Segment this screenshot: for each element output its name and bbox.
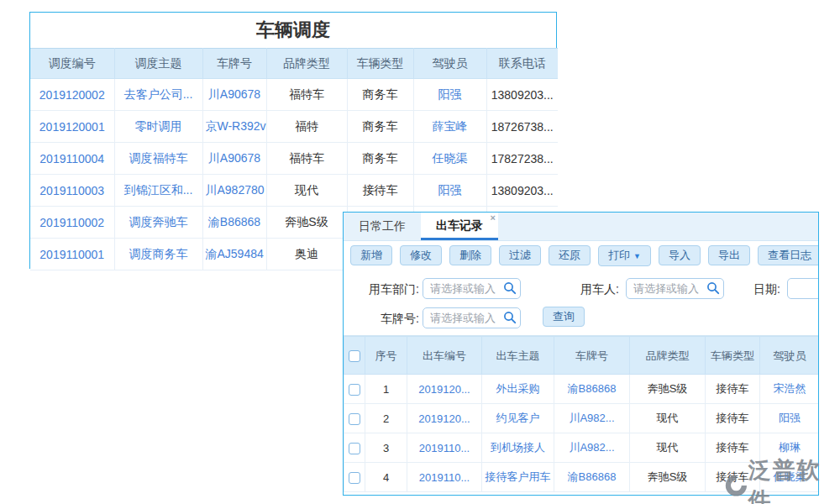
col-brand: 品牌类型 <box>266 49 347 79</box>
plate-link[interactable]: 渝B86868 <box>554 463 630 492</box>
trip-subject-link[interactable]: 到机场接人 <box>482 433 554 463</box>
plate-link[interactable]: 川A90678 <box>202 143 266 175</box>
row-checkbox[interactable] <box>349 413 360 425</box>
brand-cell: 奔驰S级 <box>266 207 347 239</box>
search-icon[interactable] <box>706 281 720 295</box>
trip-subject-link[interactable]: 接待客户用车 <box>482 463 554 492</box>
phone-cell: 13809203... <box>486 175 558 207</box>
seq-cell: 1 <box>365 375 407 404</box>
tab-bar: 日常工作 出车记录 × <box>344 213 818 241</box>
brand-cell: 福特 <box>266 111 347 143</box>
col-driver: 驾驶员 <box>413 49 486 79</box>
select-all-header <box>344 337 365 375</box>
dispatch-id-link[interactable]: 2019120001 <box>30 111 114 143</box>
user-field-wrap <box>626 278 724 299</box>
dispatch-id-link[interactable]: 2019110002 <box>30 207 114 239</box>
table-row: 4 2019110... 接待客户用车 渝B86868 奔驰S级 接待车 任晓渠 <box>344 463 820 492</box>
toolbar: 新增 修改 删除 过滤 还原 打印▼ 导入 导出 查看日志 <box>344 241 818 270</box>
plate-link[interactable]: 京W-R392v <box>202 111 266 143</box>
checkbox-cell <box>344 375 365 404</box>
plate-link[interactable]: 渝B86868 <box>554 375 630 404</box>
plate-label: 车牌号: <box>367 312 419 327</box>
date-label: 日期: <box>745 282 780 297</box>
date-field-wrap <box>787 278 819 299</box>
plate-link[interactable]: 川A90678 <box>202 79 266 111</box>
dispatch-subject-link[interactable]: 调度商务车 <box>114 239 202 270</box>
query-button[interactable]: 查询 <box>543 307 585 327</box>
table-row: 1 2019120... 外出采购 渝B86868 奔驰S级 接待车 宋浩然 <box>344 375 820 404</box>
dispatch-subject-link[interactable]: 到锦江区和... <box>114 175 202 207</box>
seq-cell: 2 <box>365 404 407 433</box>
export-button[interactable]: 导出 <box>708 245 750 265</box>
plate-link[interactable]: 渝AJ59484 <box>202 239 266 270</box>
plate-field-wrap <box>423 307 521 328</box>
phone-cell: 13809203... <box>486 79 558 111</box>
tab-trip-records[interactable]: 出车记录 × <box>421 213 498 240</box>
plate-link[interactable]: 川A982... <box>554 404 630 433</box>
record-table-wrap: 序号 出车编号 出车主题 车牌号 品牌类型 车辆类型 驾驶员 1 2019120… <box>344 335 818 492</box>
driver-link[interactable]: 任晓渠 <box>760 463 820 492</box>
brand-cell: 现代 <box>630 404 706 433</box>
dispatch-id-link[interactable]: 2019110003 <box>30 175 114 207</box>
date-input[interactable] <box>787 278 819 299</box>
print-button[interactable]: 打印▼ <box>598 245 651 266</box>
delete-button[interactable]: 删除 <box>449 245 491 265</box>
print-label: 打印 <box>608 249 630 261</box>
select-all-checkbox[interactable] <box>349 350 360 362</box>
phone-cell: 17827238... <box>486 143 558 175</box>
dispatch-subject-link[interactable]: 调度奔驰车 <box>114 207 202 239</box>
driver-link[interactable]: 阳强 <box>413 79 486 111</box>
vehicle-type-cell: 接待车 <box>706 463 760 492</box>
dispatch-id-link[interactable]: 2019110001 <box>30 239 114 270</box>
driver-link[interactable]: 阳强 <box>413 175 486 207</box>
import-button[interactable]: 导入 <box>659 245 701 265</box>
row-checkbox[interactable] <box>349 443 360 454</box>
row-checkbox[interactable] <box>349 472 360 484</box>
dispatch-id-link[interactable]: 2019120002 <box>30 79 114 111</box>
phone-cell: 18726738... <box>486 111 558 143</box>
table-row: 2019110003 到锦江区和... 川A982780 现代 接待车 阳强 1… <box>30 175 558 207</box>
tab-daily-work[interactable]: 日常工作 <box>344 213 421 240</box>
driver-link[interactable]: 任晓渠 <box>413 143 486 175</box>
driver-link[interactable]: 薛宝峰 <box>413 111 486 143</box>
search-icon[interactable] <box>503 311 517 324</box>
col-vehicle-type: 车辆类型 <box>706 337 760 375</box>
close-icon[interactable]: × <box>491 213 496 223</box>
add-button[interactable]: 新增 <box>350 245 392 265</box>
trip-id-link[interactable]: 2019120... <box>407 375 482 404</box>
vehicle-type-cell: 商务车 <box>347 111 413 143</box>
col-vehicle-type: 车辆类型 <box>347 49 413 79</box>
col-phone: 联系电话 <box>486 49 558 79</box>
plate-link[interactable]: 川A982780 <box>202 175 266 207</box>
trip-subject-link[interactable]: 外出采购 <box>482 375 554 404</box>
checkbox-cell <box>344 433 365 463</box>
trip-subject-link[interactable]: 约见客户 <box>482 404 554 433</box>
restore-button[interactable]: 还原 <box>549 245 591 265</box>
trip-id-link[interactable]: 2019120... <box>407 404 482 433</box>
driver-link[interactable]: 阳强 <box>760 404 820 433</box>
dispatch-subject-link[interactable]: 调度福特车 <box>114 143 202 175</box>
driver-link[interactable]: 宋浩然 <box>760 375 820 404</box>
brand-cell: 奔驰S级 <box>630 375 706 404</box>
vehicle-type-cell: 接待车 <box>347 175 413 207</box>
filter-button[interactable]: 过滤 <box>499 245 541 265</box>
plate-link[interactable]: 川A982... <box>554 433 630 463</box>
col-driver: 驾驶员 <box>760 337 820 375</box>
plate-link[interactable]: 渝B86868 <box>202 207 266 239</box>
dispatch-id-link[interactable]: 2019110004 <box>30 143 114 175</box>
brand-cell: 奔驰S级 <box>630 463 706 492</box>
checkbox-cell <box>344 404 365 433</box>
driver-link[interactable]: 柳琳 <box>760 433 820 463</box>
view-log-button[interactable]: 查看日志 <box>758 245 819 265</box>
dispatch-subject-link[interactable]: 去客户公司... <box>114 79 202 111</box>
row-checkbox[interactable] <box>349 384 360 396</box>
vehicle-type-cell: 接待车 <box>706 433 760 463</box>
table-row: 2019110004 调度福特车 川A90678 福特车 商务车 任晓渠 178… <box>30 143 558 175</box>
trip-id-link[interactable]: 2019110... <box>407 433 482 463</box>
brand-cell: 奥迪 <box>266 239 347 270</box>
search-icon[interactable] <box>503 281 517 295</box>
dispatch-subject-link[interactable]: 零时调用 <box>114 111 202 143</box>
edit-button[interactable]: 修改 <box>400 245 442 265</box>
record-header-row: 序号 出车编号 出车主题 车牌号 品牌类型 车辆类型 驾驶员 <box>344 337 820 375</box>
trip-id-link[interactable]: 2019110... <box>407 463 482 492</box>
